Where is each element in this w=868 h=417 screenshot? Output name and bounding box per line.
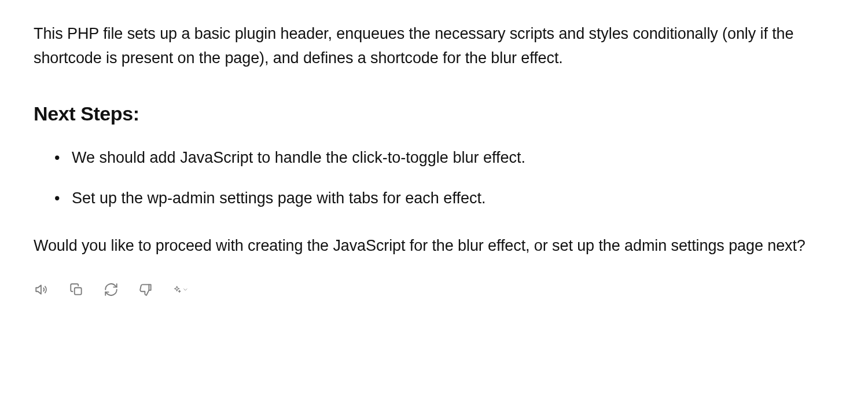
list-item: Set up the wp-admin settings page with t… xyxy=(54,186,834,211)
copy-icon[interactable] xyxy=(68,281,84,298)
svg-rect-0 xyxy=(75,288,82,295)
speaker-icon[interactable] xyxy=(34,281,50,298)
message-actions-bar xyxy=(34,281,834,298)
next-steps-heading: Next Steps: xyxy=(34,98,834,129)
sparkle-menu-button[interactable] xyxy=(172,281,189,298)
chevron-down-icon xyxy=(182,284,189,295)
regenerate-icon[interactable] xyxy=(103,281,119,298)
intro-paragraph: This PHP file sets up a basic plugin hea… xyxy=(34,22,834,71)
thumbs-down-icon[interactable] xyxy=(138,281,154,298)
followup-question: Would you like to proceed with creating … xyxy=(34,234,834,258)
next-steps-list: We should add JavaScript to handle the c… xyxy=(34,146,834,211)
list-item: We should add JavaScript to handle the c… xyxy=(54,146,834,170)
